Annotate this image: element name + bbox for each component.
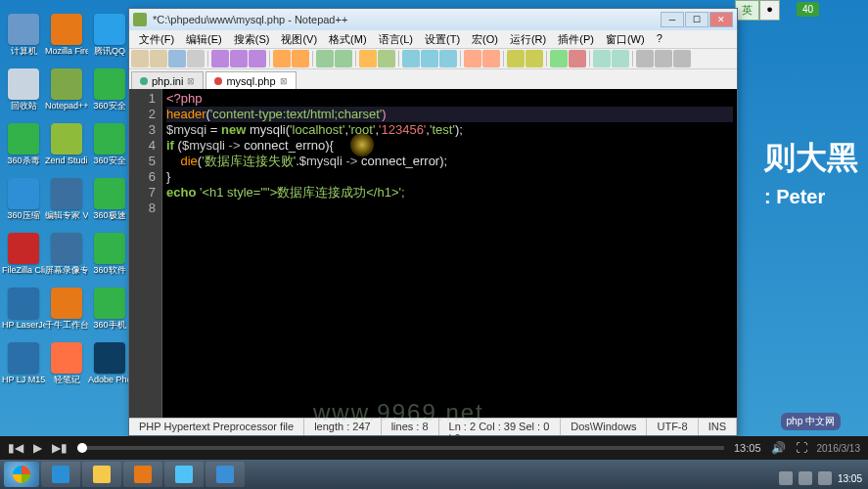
wallpaper-line2: : Peter — [764, 186, 858, 208]
toolbar-button[interactable] — [273, 50, 291, 67]
desktop-icon[interactable]: 轻笔记 — [47, 333, 86, 385]
toolbar-button[interactable] — [168, 50, 186, 67]
taskbar-item[interactable] — [41, 462, 80, 487]
code-area[interactable]: <?php header('content-type:text/html;cha… — [162, 89, 737, 418]
icon-label: 计算机 — [11, 47, 37, 57]
toolbar-button[interactable] — [636, 50, 654, 67]
system-tray[interactable]: 13:05 — [779, 471, 862, 485]
desktop-icon[interactable]: Notepad++ — [47, 59, 86, 111]
toolbar-button[interactable] — [673, 50, 691, 67]
desktop-icon[interactable]: 屏幕录像专家 V2015 — [47, 223, 86, 276]
menu-item[interactable]: 编辑(E) — [180, 30, 228, 48]
toolbar-button[interactable] — [402, 50, 420, 67]
menu-item[interactable]: 运行(R) — [504, 30, 552, 48]
desktop-icon[interactable]: 计算机 — [4, 4, 43, 57]
toolbar-button[interactable] — [439, 50, 457, 67]
file-tab[interactable]: php.ini⊠ — [131, 71, 204, 89]
notification-badge[interactable]: 40 — [797, 2, 819, 17]
menu-item[interactable]: 文件(F) — [133, 30, 180, 48]
menu-item[interactable]: 格式(M) — [323, 30, 373, 48]
icon-label: 360杀毒 — [7, 156, 39, 166]
menu-item[interactable]: 视图(V) — [275, 30, 323, 48]
tray-time[interactable]: 13:05 — [838, 473, 862, 484]
desktop-icon[interactable]: 360手机 — [90, 278, 129, 331]
start-button[interactable] — [4, 462, 39, 487]
ime-mode[interactable]: ● — [759, 0, 780, 21]
tab-close-icon[interactable]: ⊠ — [187, 76, 195, 86]
toolbar-button[interactable] — [378, 50, 395, 67]
desktop-icon[interactable]: 腾讯QQ — [90, 4, 129, 57]
tray-icon[interactable] — [779, 471, 793, 485]
desktop-icon[interactable]: 360安全 — [90, 59, 129, 111]
file-tab[interactable]: mysql.php⊠ — [206, 71, 296, 89]
toolbar-button[interactable] — [593, 50, 611, 67]
toolbar-button[interactable] — [150, 50, 167, 67]
desktop-icon[interactable]: 360安全 — [90, 113, 129, 166]
desktop-icon[interactable]: 编辑专家 V2015 — [47, 168, 86, 221]
toolbar-button[interactable] — [569, 50, 586, 67]
toolbar-button[interactable] — [292, 50, 309, 67]
tray-icon[interactable] — [818, 471, 832, 485]
status-eol: Dos\Windows — [561, 419, 647, 435]
toolbar-button[interactable] — [612, 50, 629, 67]
toolbar-button[interactable] — [507, 50, 525, 67]
taskbar-item[interactable] — [206, 462, 245, 487]
menu-item[interactable]: 语言(L) — [373, 30, 419, 48]
menu-item[interactable]: ? — [651, 30, 668, 48]
toolbar-button[interactable] — [550, 50, 568, 67]
taskbar-item[interactable] — [123, 462, 162, 487]
volume-icon[interactable]: 🔊 — [771, 441, 786, 455]
toolbar-button[interactable] — [335, 50, 352, 67]
prev-button[interactable]: ▮◀ — [8, 441, 23, 455]
editor[interactable]: 12345678 <?php header('content-type:text… — [129, 89, 737, 418]
desktop-icon[interactable]: 回收站 — [4, 59, 43, 111]
maximize-button[interactable]: ☐ — [685, 12, 708, 27]
taskbar-item[interactable] — [164, 462, 204, 487]
desktop-icon[interactable]: HP LJ M1530 Scan — [4, 333, 43, 385]
desktop-icon[interactable]: 360软件 — [90, 223, 129, 276]
toolbar-button[interactable] — [464, 50, 481, 67]
watermark: www.9969.net — [313, 399, 484, 426]
app-icon — [94, 14, 125, 45]
desktop-icon[interactable]: Adobe Photosh... — [90, 333, 129, 385]
toolbar-button[interactable] — [211, 50, 229, 67]
menu-item[interactable]: 窗口(W) — [600, 30, 651, 48]
desktop-icon[interactable]: 360压缩 — [4, 168, 43, 221]
minimize-button[interactable]: ─ — [661, 12, 684, 27]
menu-item[interactable]: 设置(T) — [419, 30, 466, 48]
fullscreen-icon[interactable]: ⛶ — [796, 441, 807, 455]
tray-icon[interactable] — [799, 471, 812, 485]
toolbar-button[interactable] — [421, 50, 438, 67]
wallpaper-line1: 则大黑 — [764, 137, 858, 180]
progress-bar[interactable] — [77, 446, 724, 450]
icon-label: 腾讯QQ — [94, 47, 125, 57]
play-button[interactable]: ▶ — [33, 441, 42, 455]
desktop-icon[interactable]: Zend Studio 10.0.0 — [47, 113, 86, 166]
toolbar-button[interactable] — [359, 50, 377, 67]
toolbar-button[interactable] — [230, 50, 248, 67]
desktop-icon[interactable]: Mozilla Firefox — [47, 4, 86, 57]
toolbar-button[interactable] — [187, 50, 205, 67]
menu-item[interactable]: 搜索(S) — [228, 30, 276, 48]
toolbar-button[interactable] — [525, 50, 543, 67]
desktop-icon[interactable]: 360极速 — [90, 168, 129, 221]
menu-item[interactable]: 宏(O) — [466, 30, 504, 48]
tab-close-icon[interactable]: ⊠ — [280, 76, 288, 86]
close-button[interactable]: ✕ — [709, 12, 733, 27]
toolbar-button[interactable] — [316, 50, 334, 67]
toolbar-button[interactable] — [249, 50, 266, 67]
menu-item[interactable]: 插件(P) — [552, 30, 600, 48]
titlebar[interactable]: *C:\phpedu\www\mysql.php - Notepad++ ─ ☐… — [129, 9, 737, 30]
app-icon — [8, 288, 39, 319]
toolbar-button[interactable] — [482, 50, 500, 67]
desktop-icon[interactable]: 千牛工作台 — [47, 278, 86, 331]
taskbar-item[interactable] — [82, 462, 121, 487]
desktop-icon[interactable]: 360杀毒 — [4, 113, 43, 166]
next-button[interactable]: ▶▮ — [52, 441, 68, 455]
ime-lang[interactable]: 英 — [735, 0, 759, 21]
desktop-icon[interactable]: FileZilla Client — [4, 223, 43, 276]
ime-indicator[interactable]: 英 ● — [735, 0, 780, 21]
toolbar-button[interactable] — [655, 50, 672, 67]
toolbar-button[interactable] — [131, 50, 149, 67]
desktop-icon[interactable]: HP LaserJet Profession... — [4, 278, 43, 331]
